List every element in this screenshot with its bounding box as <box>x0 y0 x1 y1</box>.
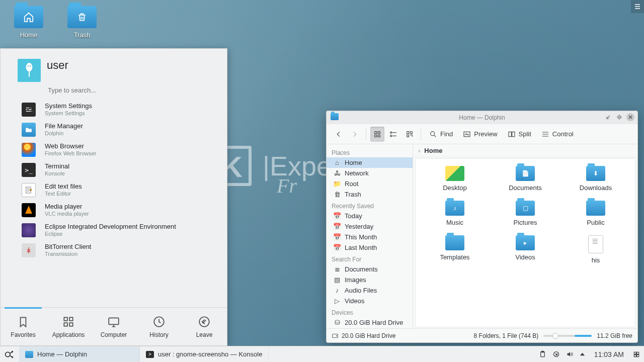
file-item-videos[interactable]: ▸Videos <box>490 235 560 264</box>
places-item-today[interactable]: 📅Today <box>327 211 413 221</box>
tray-device-icon[interactable] <box>552 350 560 358</box>
window-maximize-button[interactable] <box>615 113 623 121</box>
svg-rect-18 <box>410 131 412 133</box>
places-item-this-month[interactable]: 📅This Month <box>327 232 413 242</box>
launcher-search-input[interactable] <box>47 86 217 95</box>
launcher-app-item[interactable]: System SettingsSystem Settings <box>1 100 227 120</box>
tray-volume-icon[interactable] <box>566 350 574 358</box>
file-label: Desktop <box>443 184 467 192</box>
control-menu-button[interactable]: Control <box>537 127 578 142</box>
launcher-tab-applications[interactable]: Applications <box>46 308 91 345</box>
zoom-slider[interactable] <box>543 335 592 337</box>
places-item-videos[interactable]: ▷Videos <box>327 296 413 306</box>
places-item-20.0-gib-hard-drive[interactable]: ⛁20.0 GiB Hard Drive <box>327 317 413 328</box>
file-item-desktop[interactable]: Desktop <box>420 166 490 192</box>
app-title: Eclipse Integrated Development Environme… <box>45 223 176 231</box>
desktop-icon-label: Home <box>9 31 48 39</box>
places-item-root[interactable]: 📁Root <box>327 178 413 189</box>
launcher-tab-leave[interactable]: Leave <box>182 308 227 345</box>
app-subtitle: Dolphin <box>45 130 83 137</box>
desktop-icon-label: Trash <box>62 31 102 39</box>
svg-rect-32 <box>634 352 636 354</box>
file-item-downloads[interactable]: ⬇Downloads <box>560 166 631 192</box>
trash-icon: 🗑 <box>334 191 341 198</box>
taskbar-task[interactable]: >user : gnome-screensho — Konsole <box>140 346 269 362</box>
svg-point-2 <box>30 65 31 66</box>
svg-point-25 <box>336 335 337 336</box>
places-item-network[interactable]: 🖧Network <box>327 168 413 178</box>
edit-icon <box>22 183 36 197</box>
taskbar-clock[interactable]: 11:03 AM <box>591 350 627 358</box>
file-label: Music <box>446 219 463 226</box>
view-compact-button[interactable] <box>386 127 400 142</box>
launcher-app-item[interactable]: File ManagerDolphin <box>1 120 227 140</box>
launcher-app-item[interactable]: Web BrowserFirefox Web Browser <box>1 140 227 160</box>
user-avatar[interactable] <box>18 59 41 82</box>
places-item-images[interactable]: ▧Images <box>327 275 413 285</box>
application-launcher: user System SettingsSystem SettingsFile … <box>0 48 227 346</box>
file-item-public[interactable]: Public <box>560 201 631 226</box>
app-subtitle: Eclipse <box>45 231 176 238</box>
file-item-templates[interactable]: Templates <box>420 235 490 264</box>
places-item-documents[interactable]: ≣Documents <box>327 264 413 275</box>
username-label: user <box>47 59 68 72</box>
status-free-space: 11.2 GiB free <box>597 332 632 339</box>
tray-clipboard-icon[interactable] <box>539 350 546 358</box>
desktop-icon-home[interactable]: Home <box>9 6 48 39</box>
launcher-tab-computer[interactable]: Computer <box>91 308 136 345</box>
app-title: BitTorrent Client <box>45 243 91 251</box>
app-title: Web Browser <box>45 142 97 150</box>
places-item-yesterday[interactable]: 📅Yesterday <box>327 221 413 232</box>
file-item-his[interactable]: his <box>560 235 631 264</box>
launcher-app-item[interactable]: >_TerminalKonsole <box>1 160 227 180</box>
file-item-pictures[interactable]: ▢Pictures <box>490 201 560 226</box>
places-item-trash[interactable]: 🗑Trash <box>327 189 413 200</box>
places-item-label: Videos <box>345 297 365 305</box>
file-label: Videos <box>515 253 535 261</box>
split-button[interactable]: Split <box>504 127 535 142</box>
launcher-app-item[interactable]: Edit text filesText Editor <box>1 180 227 200</box>
places-item-audio-files[interactable]: ♪Audio Files <box>327 285 413 296</box>
places-item-label: Yesterday <box>345 223 373 230</box>
places-item-last-month[interactable]: 📅Last Month <box>327 242 413 253</box>
window-close-button[interactable] <box>626 113 634 121</box>
tray-desktop-peek-icon[interactable] <box>633 351 640 358</box>
tray-expand-icon[interactable] <box>580 351 585 357</box>
launcher-app-item[interactable]: Media playerVLC media player <box>1 200 227 220</box>
view-details-button[interactable] <box>403 127 417 142</box>
launcher-tab-favorites[interactable]: Favorites <box>1 308 46 345</box>
find-button[interactable]: Find <box>425 127 457 142</box>
launcher-app-item[interactable]: BitTorrent ClientTransmission <box>1 240 227 260</box>
view-icons-button[interactable] <box>370 127 384 142</box>
folder-icon: ⬇ <box>586 166 605 181</box>
breadcrumb-bar[interactable]: › Home <box>413 144 637 157</box>
app-title: File Manager <box>45 122 83 130</box>
nav-back-button[interactable] <box>332 127 346 142</box>
nav-forward-button[interactable] <box>348 127 362 142</box>
dolphin-window: Home — Dolphin Find Preview Split Contro… <box>326 111 638 343</box>
kickoff-launcher-button[interactable] <box>0 346 19 362</box>
term-icon: >_ <box>22 163 36 177</box>
launcher-app-item[interactable]: Eclipse Integrated Development Environme… <box>1 220 227 240</box>
file-item-documents[interactable]: 📄Documents <box>490 166 560 192</box>
breadcrumb-segment[interactable]: Home <box>424 147 442 154</box>
file-icon-view[interactable]: Desktop📄Documents⬇Downloads♪Music▢Pictur… <box>415 158 635 327</box>
places-item-label: This Month <box>345 233 377 241</box>
desktop-icon-trash[interactable]: Trash <box>62 6 102 39</box>
svg-rect-16 <box>390 135 392 137</box>
app-subtitle: System Settings <box>45 110 92 117</box>
file-item-music[interactable]: ♪Music <box>420 201 490 226</box>
window-minimize-button[interactable] <box>604 113 612 121</box>
desktop-toolbox-button[interactable] <box>631 0 644 13</box>
places-item-home[interactable]: ⌂Home <box>327 157 413 168</box>
svg-rect-8 <box>109 318 119 324</box>
tab-label: Computer <box>101 331 127 338</box>
folder-icon: ▢ <box>516 201 535 216</box>
window-titlebar[interactable]: Home — Dolphin <box>327 111 637 124</box>
status-disk-item[interactable]: 20.0 GiB Hard Drive <box>332 332 395 339</box>
doc-icon: ≣ <box>334 266 341 273</box>
vlc-icon <box>22 203 36 217</box>
preview-button[interactable]: Preview <box>459 127 501 142</box>
taskbar-task[interactable]: Home — Dolphin <box>19 346 140 362</box>
launcher-tab-history[interactable]: History <box>136 308 182 345</box>
